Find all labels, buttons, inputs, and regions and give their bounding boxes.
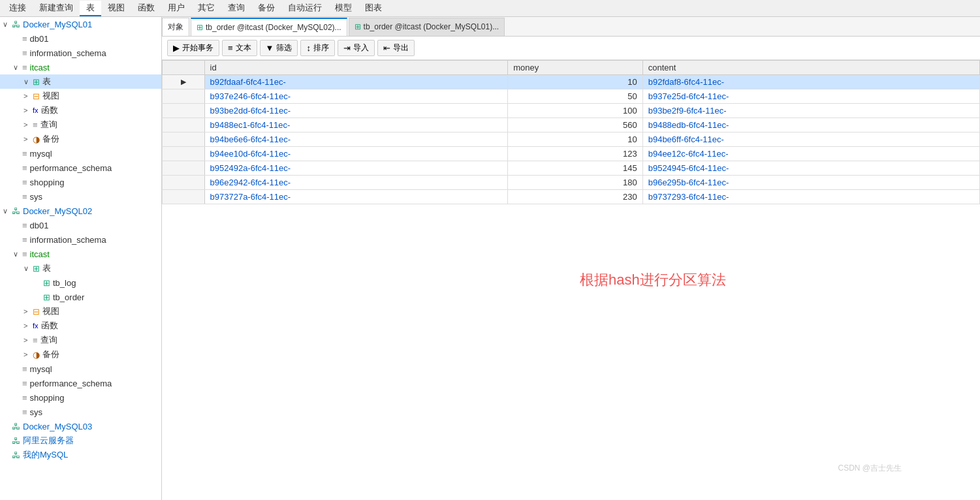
tree-item-25[interactable]: ≡performance_schema xyxy=(0,376,161,390)
table-row[interactable]: b973727a-6fc4-11ec-230b9737293-6fc4-11ec… xyxy=(163,190,980,204)
menu-item-图表[interactable]: 图表 xyxy=(358,1,388,16)
table-row[interactable]: b937e246-6fc4-11ec-50b937e25d-6fc4-11ec- xyxy=(163,89,980,104)
tree-icon-db-2: ≡ xyxy=(22,48,27,58)
tree-item-12[interactable]: ≡sys xyxy=(0,189,161,204)
cell-money-0: 10 xyxy=(508,75,643,89)
tree-item-3[interactable]: ∨≡itcast xyxy=(0,60,161,74)
column-header-content[interactable]: content xyxy=(642,61,979,75)
tree-arrow-5: > xyxy=(24,92,33,100)
menu-item-自动运行[interactable]: 自动运行 xyxy=(281,1,328,16)
tree-icon-db-12: ≡ xyxy=(22,192,27,202)
tab-tb-order-02-label: tb_order @itcast (Docker_MySQL01)... xyxy=(364,22,499,31)
tree-item-16[interactable]: ∨≡itcast xyxy=(0,247,161,261)
menu-item-视图[interactable]: 视图 xyxy=(101,1,131,16)
tree-arrow-21: > xyxy=(24,322,33,330)
tree-item-19[interactable]: ⊞tb_order xyxy=(0,290,161,304)
cell-content-3: b9488edb-6fc4-11ec- xyxy=(642,118,979,133)
table-row[interactable]: ▶b92fdaaf-6fc4-11ec-10b92fdaf8-6fc4-11ec… xyxy=(163,75,980,89)
tree-item-21[interactable]: >fx函数 xyxy=(0,319,161,333)
tab-tb-order-01-label: tb_order @itcast (Docker_MySQL02)... xyxy=(206,23,341,32)
tree-arrow-23: > xyxy=(24,351,33,358)
tree-arrow-3: ∨ xyxy=(13,63,22,72)
tree-item-6[interactable]: >fx函数 xyxy=(0,103,161,117)
tree-label-19: tb_order xyxy=(53,292,84,302)
tree-item-20[interactable]: >⊟视图 xyxy=(0,304,161,319)
tree-item-7[interactable]: >≡查询 xyxy=(0,117,161,132)
cell-id-2: b93be2dd-6fc4-11ec- xyxy=(204,104,508,118)
tree-item-9[interactable]: ≡mysql xyxy=(0,146,161,161)
cell-id-7: b96e2942-6fc4-11ec- xyxy=(204,176,508,190)
watermark: CSDN @吉士先生 xyxy=(838,463,902,474)
menu-item-函数[interactable]: 函数 xyxy=(131,1,161,16)
sort-button[interactable]: ↕ 排序 xyxy=(300,40,335,56)
tab-tb-order-02[interactable]: ⊞ tb_order @itcast (Docker_MySQL01)... xyxy=(349,18,505,36)
tree-item-15[interactable]: ≡information_schema xyxy=(0,232,161,247)
table-row[interactable]: b9488ec1-6fc4-11ec-560b9488edb-6fc4-11ec… xyxy=(163,118,980,133)
tree-item-28[interactable]: 🖧Docker_MySQL03 xyxy=(0,419,161,433)
tree-label-21: 函数 xyxy=(41,320,58,332)
tree-icon-db-10: ≡ xyxy=(22,163,27,173)
tree-arrow-20: > xyxy=(24,307,33,315)
cell-content-6: b9524945-6fc4-11ec- xyxy=(642,161,979,176)
tree-item-11[interactable]: ≡shopping xyxy=(0,175,161,189)
cell-money-8: 230 xyxy=(508,190,643,204)
tree-item-29[interactable]: 🖧阿里云服务器 xyxy=(0,433,161,448)
tree-icon-viewgroup-5: ⊟ xyxy=(33,91,40,101)
tree-item-13[interactable]: ∨🖧Docker_MySQL02 xyxy=(0,204,161,218)
tree-item-18[interactable]: ⊞tb_log xyxy=(0,275,161,290)
menu-item-用户[interactable]: 用户 xyxy=(161,1,191,16)
row-indicator-2 xyxy=(163,104,205,118)
text-button[interactable]: ≡ 文本 xyxy=(222,40,257,56)
table-row[interactable]: b952492a-6fc4-11ec-145b9524945-6fc4-11ec… xyxy=(163,161,980,176)
menu-item-新建查询[interactable]: 新建查询 xyxy=(33,1,80,16)
tree-item-30[interactable]: 🖧我的MySQL xyxy=(0,448,161,462)
tree-item-24[interactable]: ≡mysql xyxy=(0,362,161,376)
menu-item-查询[interactable]: 查询 xyxy=(221,1,251,16)
menu-item-表[interactable]: 表 xyxy=(80,1,101,16)
menu-item-其它[interactable]: 其它 xyxy=(191,1,221,16)
table-row[interactable]: b93be2dd-6fc4-11ec-100b93be2f9-6fc4-11ec… xyxy=(163,104,980,118)
menu-item-模型[interactable]: 模型 xyxy=(328,1,358,16)
tree-item-2[interactable]: ≡information_schema xyxy=(0,46,161,60)
tree-item-1[interactable]: ≡db01 xyxy=(0,31,161,46)
begin-transaction-button[interactable]: ▶ 开始事务 xyxy=(167,40,219,56)
import-label: 导入 xyxy=(353,42,369,54)
tree-item-5[interactable]: >⊟视图 xyxy=(0,89,161,103)
tree-item-0[interactable]: ∨🖧Docker_MySQL01 xyxy=(0,17,161,31)
filter-button[interactable]: ▼ 筛选 xyxy=(260,40,298,56)
cell-content-2: b93be2f9-6fc4-11ec- xyxy=(642,104,979,118)
tab-table-icon-2: ⊞ xyxy=(355,22,361,31)
export-button[interactable]: ⇤ 导出 xyxy=(377,40,415,56)
center-annotation: 根据hash进行分区算法 xyxy=(580,270,726,290)
menu-item-备份[interactable]: 备份 xyxy=(251,1,281,16)
column-header-money[interactable]: money xyxy=(508,61,643,75)
table-row[interactable]: b94ee10d-6fc4-11ec-123b94ee12c-6fc4-11ec… xyxy=(163,147,980,161)
table-row[interactable]: b96e2942-6fc4-11ec-180b96e295b-6fc4-11ec… xyxy=(163,176,980,190)
tree-item-17[interactable]: ∨⊞表 xyxy=(0,261,161,275)
tree-item-23[interactable]: >◑备份 xyxy=(0,347,161,362)
cell-id-3: b9488ec1-6fc4-11ec- xyxy=(204,118,508,133)
tree-label-3: itcast xyxy=(30,63,50,72)
tree-arrow-7: > xyxy=(24,121,33,129)
tree-icon-table-19: ⊞ xyxy=(43,292,50,302)
row-indicator-1 xyxy=(163,89,205,104)
tree-item-22[interactable]: >≡查询 xyxy=(0,333,161,347)
tree-item-10[interactable]: ≡performance_schema xyxy=(0,161,161,175)
cell-content-4: b94be6ff-6fc4-11ec- xyxy=(642,133,979,147)
tab-tb-order-01[interactable]: ⊞ tb_order @itcast (Docker_MySQL02)... xyxy=(191,18,347,36)
tab-object[interactable]: 对象 xyxy=(162,18,189,36)
tree-label-25: performance_schema xyxy=(30,379,112,388)
import-button[interactable]: ⇥ 导入 xyxy=(338,40,375,56)
tree-item-27[interactable]: ≡sys xyxy=(0,405,161,419)
tree-item-14[interactable]: ≡db01 xyxy=(0,218,161,232)
tree-icon-funcgroup-21: fx xyxy=(33,322,39,330)
column-header-id[interactable]: id xyxy=(204,61,508,75)
tree-item-26[interactable]: ≡shopping xyxy=(0,390,161,405)
tree-arrow-4: ∨ xyxy=(24,78,33,86)
tree-label-20: 视图 xyxy=(42,305,59,317)
table-row[interactable]: b94be6e6-6fc4-11ec-10b94be6ff-6fc4-11ec- xyxy=(163,133,980,147)
menu-item-连接[interactable]: 连接 xyxy=(3,1,33,16)
tree-item-4[interactable]: ∨⊞表 xyxy=(0,74,161,89)
tree-item-8[interactable]: >◑备份 xyxy=(0,132,161,146)
tree-label-14: db01 xyxy=(30,221,49,230)
